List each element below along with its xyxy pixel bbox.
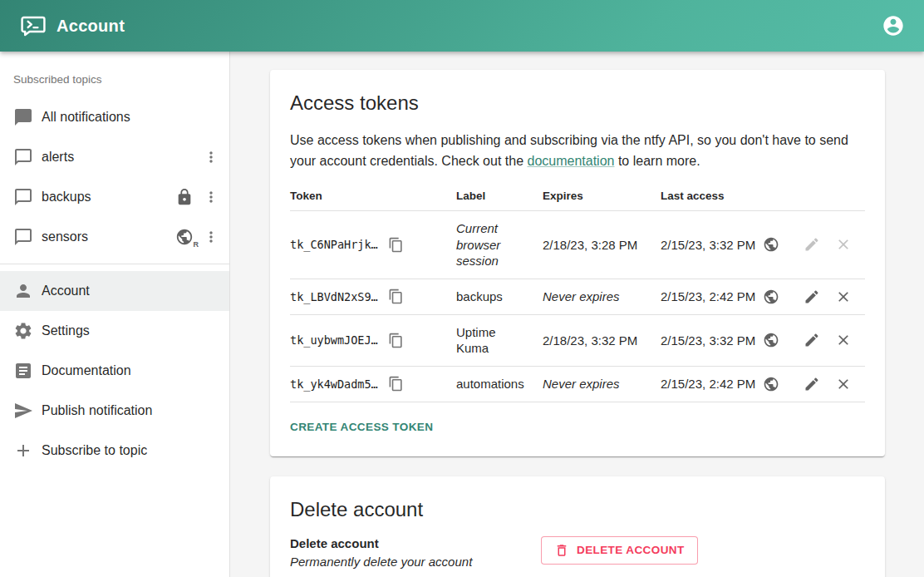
sidebar-item-account[interactable]: Account — [0, 271, 229, 311]
globe-icon — [763, 288, 779, 305]
sidebar: Subscribed topics All notifications aler… — [0, 52, 230, 577]
nav-label: Settings — [42, 323, 90, 338]
access-tokens-card: Access tokens Use access tokens when pub… — [270, 70, 885, 456]
token-expires: 2/18/23, 3:28 PM — [543, 238, 637, 252]
chat-bubble-outline-icon — [13, 147, 33, 167]
edit-icon — [804, 236, 820, 253]
close-icon[interactable] — [835, 288, 852, 305]
token-last-access: 2/15/23, 3:32 PM — [661, 333, 755, 348]
table-row: tk_C6NPaHrjk… Current browser session 2/… — [290, 211, 865, 279]
close-icon[interactable] — [835, 376, 852, 392]
person-icon — [13, 281, 33, 301]
table-row: tk_yk4wDadm5… automations Never expires … — [290, 366, 865, 402]
topic-label: All notifications — [42, 110, 130, 125]
globe-reserved-icon: R — [175, 228, 194, 246]
delete-account-title: Delete account — [290, 498, 865, 521]
documentation-link[interactable]: documentation — [528, 154, 615, 168]
ntfy-logo-icon — [20, 14, 47, 37]
topic-label: sensors — [42, 229, 88, 244]
trash-icon — [554, 543, 569, 558]
nav-label: Publish notification — [42, 403, 152, 418]
topic-label: backups — [42, 190, 91, 205]
sidebar-item-all-notifications[interactable]: All notifications — [0, 97, 229, 137]
send-icon — [13, 401, 33, 421]
nav-label: Account — [42, 284, 90, 298]
column-header-expires: Expires — [543, 181, 661, 211]
sidebar-item-subscribe-to-topic[interactable]: Subscribe to topic — [0, 431, 229, 471]
token-label: backups — [456, 288, 529, 305]
sidebar-item-documentation[interactable]: Documentation — [0, 351, 229, 391]
delete-account-pref: Delete account Permanently delete your a… — [290, 536, 865, 569]
token-value: tk_uybwmJOEJ… — [290, 333, 378, 347]
reserved-subscript: R — [194, 240, 199, 249]
topic-label: alerts — [42, 150, 74, 165]
delete-account-button[interactable]: DELETE ACCOUNT — [541, 536, 698, 565]
access-tokens-table: Token Label Expires Last access tk_C6NPa… — [290, 181, 865, 402]
globe-icon — [763, 236, 779, 253]
globe-icon — [763, 376, 779, 392]
main-content: Access tokens Use access tokens when pub… — [231, 52, 924, 577]
token-label: Uptime Kuma — [456, 324, 529, 357]
more-vert-icon[interactable] — [203, 189, 219, 205]
close-icon[interactable] — [835, 332, 852, 348]
gear-icon — [13, 321, 33, 341]
column-header-label: Label — [456, 181, 543, 211]
table-row: tk_LBVdN2xS9… backups Never expires 2/15… — [290, 279, 865, 314]
token-label: Current browser session — [456, 220, 529, 269]
more-vert-icon[interactable] — [203, 229, 219, 245]
token-value: tk_C6NPaHrjk… — [290, 238, 378, 251]
column-header-token: Token — [290, 181, 456, 211]
sidebar-divider — [0, 264, 229, 264]
chat-bubble-outline-icon — [13, 187, 33, 207]
token-last-access: 2/15/23, 3:32 PM — [661, 238, 755, 252]
account-circle-icon[interactable] — [882, 14, 905, 37]
table-header-row: Token Label Expires Last access — [290, 181, 865, 211]
edit-icon[interactable] — [804, 376, 820, 392]
lock-icon — [175, 188, 194, 206]
table-row: tk_uybwmJOEJ… Uptime Kuma 2/18/23, 3:32 … — [290, 314, 865, 366]
nav-label: Subscribe to topic — [42, 443, 147, 458]
copy-icon[interactable] — [388, 237, 404, 253]
token-expires: Never expires — [543, 377, 620, 391]
sidebar-item-alerts[interactable]: alerts — [0, 137, 229, 177]
delete-account-item-description: Permanently delete your account — [290, 555, 541, 569]
chat-bubble-outline-icon — [13, 227, 33, 247]
app-bar: Account — [0, 0, 924, 52]
delete-account-card: Delete account Delete account Permanentl… — [270, 476, 885, 577]
globe-icon — [763, 332, 779, 348]
delete-account-button-label: DELETE ACCOUNT — [577, 544, 685, 556]
sidebar-item-backups[interactable]: backups — [0, 177, 229, 217]
token-value: tk_LBVdN2xS9… — [290, 290, 378, 303]
column-header-last-access: Last access — [661, 181, 802, 211]
create-access-token-button[interactable]: CREATE ACCESS TOKEN — [290, 417, 433, 436]
token-expires: 2/18/23, 3:32 PM — [543, 333, 637, 348]
article-icon — [13, 361, 33, 381]
chat-bubble-filled-icon — [13, 107, 33, 127]
token-label: automations — [456, 376, 529, 392]
close-icon — [835, 236, 852, 253]
edit-icon[interactable] — [804, 288, 820, 305]
access-tokens-description: Use access tokens when publishing and su… — [290, 130, 865, 171]
access-tokens-title: Access tokens — [290, 91, 865, 115]
token-last-access: 2/15/23, 2:42 PM — [661, 289, 755, 303]
edit-icon[interactable] — [804, 332, 820, 348]
token-expires: Never expires — [543, 289, 620, 303]
copy-icon[interactable] — [388, 288, 404, 304]
sidebar-item-settings[interactable]: Settings — [0, 311, 229, 351]
copy-icon[interactable] — [388, 376, 404, 392]
token-value: tk_yk4wDadm5… — [290, 377, 378, 391]
more-vert-icon[interactable] — [203, 149, 219, 165]
copy-icon[interactable] — [388, 333, 404, 348]
sidebar-item-sensors[interactable]: sensors R — [0, 217, 229, 257]
delete-account-item-title: Delete account — [290, 536, 541, 550]
nav-label: Documentation — [42, 363, 131, 378]
token-last-access: 2/15/23, 2:42 PM — [661, 377, 755, 391]
subscribed-topics-header: Subscribed topics — [0, 58, 229, 97]
page-title: Account — [57, 17, 125, 36]
plus-icon — [13, 441, 33, 461]
sidebar-item-publish-notification[interactable]: Publish notification — [0, 391, 229, 431]
